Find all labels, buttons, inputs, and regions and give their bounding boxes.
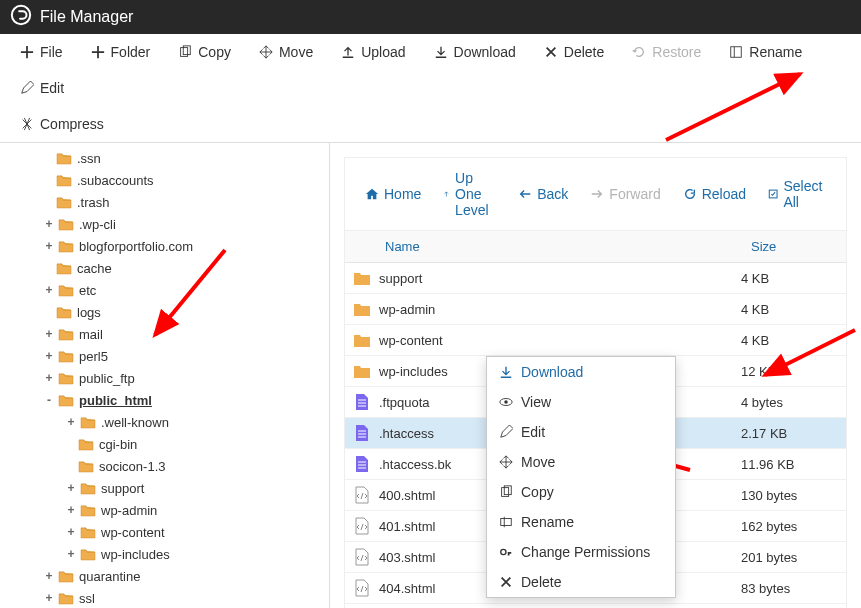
tree-label: wp-admin xyxy=(101,503,157,518)
tree-node[interactable]: +.wp-cli xyxy=(0,213,329,235)
tree-label: logs xyxy=(77,305,101,320)
ctx-change-permissions[interactable]: Change Permissions xyxy=(487,537,675,567)
ctx-rename[interactable]: Rename xyxy=(487,507,675,537)
expander-icon[interactable]: + xyxy=(64,525,78,539)
back-button[interactable]: Back xyxy=(508,166,578,222)
folder-icon xyxy=(345,331,379,349)
column-name[interactable]: Name xyxy=(345,231,741,262)
tree-node[interactable]: +mail xyxy=(0,323,329,345)
ctx-delete[interactable]: Delete xyxy=(487,567,675,597)
expander-icon[interactable]: + xyxy=(64,481,78,495)
tree-node[interactable]: -public_html xyxy=(0,389,329,411)
svg-point-6 xyxy=(504,400,508,404)
compress-button[interactable]: Compress xyxy=(6,106,118,142)
svg-rect-9 xyxy=(501,519,512,526)
up-one-level-button[interactable]: Up One Level xyxy=(433,166,506,222)
tree-label: support xyxy=(101,481,144,496)
tree-label: socicon-1.3 xyxy=(99,459,165,474)
file-size: 4 KB xyxy=(741,271,846,286)
tree-node[interactable]: +blogforportfolio.com xyxy=(0,235,329,257)
expander-icon[interactable]: + xyxy=(42,569,56,583)
tree-label: .well-known xyxy=(101,415,169,430)
tree-node[interactable]: +public_ftp xyxy=(0,367,329,389)
ctx-copy[interactable]: Copy xyxy=(487,477,675,507)
folder-tree[interactable]: .ssn.subaccounts.trash+.wp-cli+blogforpo… xyxy=(0,143,330,608)
tree-node[interactable]: +perl5 xyxy=(0,345,329,367)
expander-icon[interactable]: + xyxy=(42,327,56,341)
select-all-button[interactable]: Select All xyxy=(758,166,836,222)
file-size: 201 bytes xyxy=(741,550,846,565)
tree-node[interactable]: +support xyxy=(0,477,329,499)
table-row[interactable]: 500.php461 bytes xyxy=(345,604,846,608)
tree-node[interactable]: .ssn xyxy=(0,147,329,169)
file-button[interactable]: File xyxy=(6,34,77,70)
tree-node[interactable]: +ssl xyxy=(0,587,329,608)
expander-icon[interactable]: + xyxy=(42,591,56,605)
tree-node[interactable]: socicon-1.3 xyxy=(0,455,329,477)
cpanel-logo-icon xyxy=(10,4,32,30)
tree-node[interactable]: +quarantine xyxy=(0,565,329,587)
home-button[interactable]: Home xyxy=(355,166,431,222)
ctx-move[interactable]: Move xyxy=(487,447,675,477)
doc-icon xyxy=(345,424,379,442)
expander-icon[interactable]: + xyxy=(42,283,56,297)
tree-node[interactable]: +wp-includes xyxy=(0,543,329,565)
expander-icon[interactable]: + xyxy=(42,371,56,385)
expander-icon[interactable]: - xyxy=(42,393,56,407)
tree-node[interactable]: .subaccounts xyxy=(0,169,329,191)
expander-icon[interactable]: + xyxy=(42,349,56,363)
tree-node[interactable]: +wp-content xyxy=(0,521,329,543)
tree-label: wp-includes xyxy=(101,547,170,562)
folder-button[interactable]: Folder xyxy=(77,34,165,70)
file-size: 2.17 KB xyxy=(741,426,846,441)
tree-label: blogforportfolio.com xyxy=(79,239,193,254)
content-toolbar: Home Up One Level Back Forward Reload Se… xyxy=(344,157,847,230)
column-size[interactable]: Size xyxy=(741,231,846,262)
code-icon xyxy=(345,579,379,597)
file-size: 11.96 KB xyxy=(741,457,846,472)
delete-button[interactable]: Delete xyxy=(530,34,618,70)
ctx-view[interactable]: View xyxy=(487,387,675,417)
tree-label: .wp-cli xyxy=(79,217,116,232)
tree-node[interactable]: logs xyxy=(0,301,329,323)
tree-label: wp-content xyxy=(101,525,165,540)
edit-button[interactable]: Edit xyxy=(6,70,78,106)
tree-node[interactable]: +etc xyxy=(0,279,329,301)
table-row[interactable]: wp-admin4 KB xyxy=(345,294,846,325)
upload-button[interactable]: Upload xyxy=(327,34,419,70)
tree-label: mail xyxy=(79,327,103,342)
app-header: File Manager xyxy=(0,0,861,34)
reload-button[interactable]: Reload xyxy=(673,166,756,222)
context-menu: Download View Edit Move Copy Rename Chan… xyxy=(486,356,676,598)
download-button[interactable]: Download xyxy=(420,34,530,70)
expander-icon[interactable]: + xyxy=(64,547,78,561)
restore-button: Restore xyxy=(618,34,715,70)
file-name: wp-content xyxy=(379,333,741,348)
file-name: wp-admin xyxy=(379,302,741,317)
expander-icon[interactable]: + xyxy=(64,415,78,429)
expander-icon[interactable]: + xyxy=(42,239,56,253)
svg-rect-3 xyxy=(731,47,742,58)
file-size: 130 bytes xyxy=(741,488,846,503)
file-name: support xyxy=(379,271,741,286)
tree-node[interactable]: +.well-known xyxy=(0,411,329,433)
ctx-download[interactable]: Download xyxy=(487,357,675,387)
forward-button: Forward xyxy=(580,166,670,222)
copy-button[interactable]: Copy xyxy=(164,34,245,70)
file-size: 83 bytes xyxy=(741,581,846,596)
tree-node[interactable]: +wp-admin xyxy=(0,499,329,521)
rename-button[interactable]: Rename xyxy=(715,34,816,70)
tree-node[interactable]: cache xyxy=(0,257,329,279)
tree-node[interactable]: cgi-bin xyxy=(0,433,329,455)
tree-label: public_ftp xyxy=(79,371,135,386)
move-button[interactable]: Move xyxy=(245,34,327,70)
table-row[interactable]: support4 KB xyxy=(345,263,846,294)
table-row[interactable]: wp-content4 KB xyxy=(345,325,846,356)
ctx-edit[interactable]: Edit xyxy=(487,417,675,447)
expander-icon[interactable]: + xyxy=(42,217,56,231)
tree-node[interactable]: .trash xyxy=(0,191,329,213)
file-size: 162 bytes xyxy=(741,519,846,534)
file-size: 4 KB xyxy=(741,333,846,348)
expander-icon[interactable]: + xyxy=(64,503,78,517)
folder-icon xyxy=(345,269,379,287)
